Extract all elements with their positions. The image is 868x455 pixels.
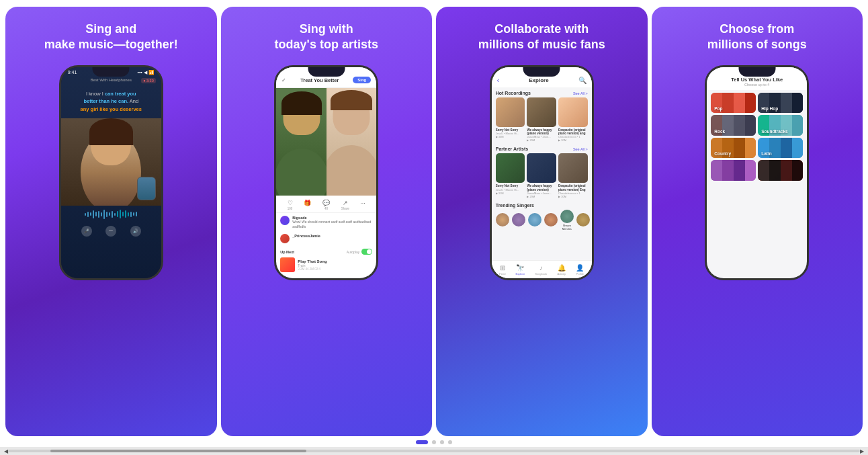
nav-feed[interactable]: ⊞ Feed [499,264,505,276]
signal-1: ▪▪▪ ◀ 📶 [137,70,154,75]
comment-count: 48 [324,207,328,210]
explore-icon: 🔭 [516,264,524,272]
wave-bar [87,212,89,217]
genre-row2-1[interactable] [711,160,756,180]
hot-recordings-see-all[interactable]: See All > [573,91,588,95]
nav-explore-label: Explore [516,272,525,276]
action-share[interactable]: ↗ Share [341,200,349,210]
nav-songbook[interactable]: ♪ Songbook [535,264,547,276]
comment-icon: 💬 [322,200,330,206]
trending-singer-4[interactable] [544,213,558,227]
next-song-thumb [280,257,295,272]
scroll-right-arrow[interactable]: ▶ [860,448,864,454]
genre-rock-label: Rock [714,129,725,134]
up-next-label: Up Next [280,250,294,254]
genre-hiphop[interactable]: Hip Hop [758,93,803,113]
recording-item-2: We always happy (piano version) JasonMra… [527,97,556,142]
library-title: Tell Us What You Like [712,77,801,83]
songbook-icon: ♪ [539,264,543,272]
mic-icon[interactable]: 🎤 [81,226,92,237]
genre-row2-2[interactable] [758,160,803,180]
trending-singer-2[interactable] [512,213,525,227]
genre-rock[interactable]: Rock [711,115,756,135]
card-1-title: Sing andmake music—together! [35,22,187,52]
genre-soundtracks-label: Soundtracks [761,129,787,134]
trending-name-5: ShawnMendes [562,224,572,231]
gift-icon: 🎁 [304,200,311,206]
trending-singer-6[interactable] [576,213,590,227]
nav-explore[interactable]: 🔭 Explore [516,264,525,276]
trending-avatar-5 [560,210,574,223]
trending-avatar-2 [512,213,525,226]
duet-photo-left [276,88,327,196]
wave-bar [122,212,124,216]
screen1-lyrics: I know I can treat you better than he ca… [61,85,161,118]
recording-item-3: Despacito (original piano version) Eng C… [558,97,588,142]
card-3-title: Collaborate withmillions of music fans [469,22,615,52]
scrollbar-thumb[interactable] [50,450,306,452]
back-button-2[interactable]: ✓ [281,77,286,83]
phone-notch-3 [523,67,560,77]
action-gift[interactable]: 🎁 [304,200,311,210]
tab-indicator [0,436,868,447]
card-4-title: Choose frommillions of songs [698,22,816,52]
genre-soundtracks[interactable]: Soundtracks [758,115,803,135]
tab-dot-4[interactable] [448,440,452,444]
search-icon-3[interactable]: 🔍 [578,77,587,84]
trending-avatar-4 [544,213,558,226]
partner-artists-title: Partner Artists [496,147,528,151]
phone-1: 9:41 ▪▪▪ ◀ 📶 Best With Headphones ● 3:30… [59,65,163,280]
hot-recordings-header: Hot Recordings See All > [496,91,588,95]
partner-item-3: Despacito (original piano version) Eng C… [558,153,588,198]
waveform-icon[interactable]: 〰 [105,226,116,237]
action-like[interactable]: ♡ 100 [288,200,293,210]
wave-bar [90,212,91,216]
sing-button[interactable]: Sing [353,77,371,83]
small-video-overlay [137,177,156,200]
partner-thumb-3 [558,153,588,183]
wave-bar [114,213,116,216]
genre-country-label: Country [714,151,731,156]
nav-profile[interactable]: 👤 Profile [576,264,584,276]
card-millions-songs: Choose frommillions of songs Tell Us Wha… [652,7,863,436]
wave-bar [93,210,94,218]
tab-dot-3[interactable] [440,440,444,444]
phone-notch-4 [738,67,775,77]
tab-dot-1[interactable] [416,440,428,444]
wave-bar [95,212,97,216]
action-more[interactable]: ··· [360,200,365,210]
recording-thumb-3 [558,97,588,127]
screen3-bg: ‹ Explore 🔍 Hot Recordings See All > [492,67,592,278]
partner-artists-section: Partner Artists See All > Sorry Not Sorr… [492,143,592,199]
trending-singer-5[interactable]: ShawnMendes [560,210,574,231]
screen1-bg: 9:41 ▪▪▪ ◀ 📶 Best With Headphones ● 3:30… [61,67,161,278]
volume-icon[interactable]: 🔊 [130,226,141,237]
nav-profile-label: Profile [576,272,584,276]
trending-singer-3[interactable] [528,213,541,227]
partner-artists-header: Partner Artists See All > [496,147,588,151]
screen-2: ✓ Treat You Better Sing [276,67,376,278]
back-button-3[interactable]: ‹ [497,77,499,84]
trending-singer-1[interactable] [496,213,509,227]
action-comment[interactable]: 💬 48 [322,200,330,210]
person-hair [89,118,133,145]
comment-text-1: Wow! We should connect asdf asdf asdf as… [292,220,372,229]
nav-feed-label: Feed [499,272,505,276]
scrollbar-track[interactable] [8,450,860,452]
card-sing-together: Sing andmake music—together! 9:41 ▪▪▪ ◀ … [5,7,217,436]
tab-dot-2[interactable] [432,440,436,444]
autoplay-toggle[interactable] [361,249,372,255]
lyrics-line2: better than he can. And [83,98,138,104]
comment-content-1: Bigsade Wow! We should connect asdf asdf… [292,216,372,229]
share-icon: ↗ [343,200,348,206]
trending-singers-section: Trending Singers [492,200,592,232]
genre-pop[interactable]: Pop [711,93,756,113]
recording-plays-3: ▶ 30M [558,138,588,142]
comment-1: Bigsade Wow! We should connect asdf asdf… [276,213,376,231]
genre-latin[interactable]: Latin [758,138,803,158]
partner-artists-see-all[interactable]: See All > [573,147,588,151]
nav-activity-label: Activity [557,272,566,276]
nav-activity[interactable]: 🔔 Activity [557,264,566,276]
time-1: 9:41 [68,70,77,75]
genre-country[interactable]: Country [711,138,756,158]
